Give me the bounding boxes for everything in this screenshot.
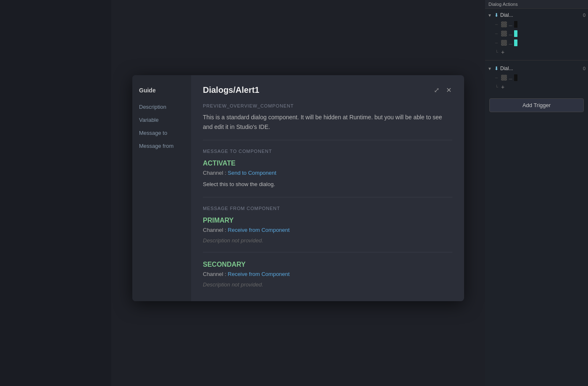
primary-name: PRIMARY bbox=[203, 217, 452, 224]
ellipsis-button[interactable]: ... bbox=[509, 75, 512, 80]
channel-prefix-secondary: Channel : bbox=[203, 271, 228, 277]
download-icon: ⬇ bbox=[494, 66, 499, 71]
add-trigger-button[interactable]: Add Trigger bbox=[489, 98, 584, 112]
trigger-subrow-1-3[interactable]: ┄ ... bbox=[485, 38, 588, 47]
teal-badge bbox=[514, 30, 517, 37]
trigger-label-1: Dial... bbox=[500, 12, 581, 18]
sub-divider bbox=[203, 252, 452, 252]
message-from-section: MESSAGE FROM COMPONENT PRIMARY Channel :… bbox=[203, 206, 452, 288]
secondary-name: SECONDARY bbox=[203, 261, 452, 268]
channel-prefix-primary: Channel : bbox=[203, 227, 228, 233]
modal-dialog: Guide Description Variable Message to Me… bbox=[132, 75, 464, 301]
message-to-section: MESSAGE TO COMPONENT ACTIVATE Channel : … bbox=[203, 149, 452, 189]
tree-line-icon: └ bbox=[495, 85, 499, 89]
modal-nav-title: Guide bbox=[132, 84, 191, 100]
tree-line-icon: ┄ bbox=[495, 41, 499, 45]
modal-header: Dialogs/Alert1 ⤢ ✕ bbox=[203, 85, 452, 95]
trigger-row-main-2[interactable]: ▼ ⬇ Dial... 0 bbox=[485, 64, 588, 73]
trigger-group-1: ▼ ⬇ Dial... 0 ┄ ... ┄ ... ┄ ... └ + bbox=[485, 9, 588, 58]
close-icon[interactable]: ✕ bbox=[445, 85, 452, 95]
ellipsis-button[interactable]: ... bbox=[509, 31, 512, 36]
preview-overview-section: PREVIEW_OVERVIEW_COMPONENT This is a sta… bbox=[203, 103, 452, 131]
grid-icon bbox=[501, 31, 507, 37]
background-left bbox=[0, 0, 111, 386]
message-from-label: MESSAGE FROM COMPONENT bbox=[203, 206, 452, 211]
section-divider-2 bbox=[203, 197, 452, 197]
right-panel-header: Dialog Actions bbox=[485, 0, 588, 9]
trigger-label-2: Dial... bbox=[500, 66, 581, 71]
receive-from-component-link-secondary[interactable]: Receive from Component bbox=[228, 271, 289, 277]
tree-line-icon: ┄ bbox=[495, 22, 499, 27]
trigger-group-2: ▼ ⬇ Dial... 0 ┄ ... └ + bbox=[485, 62, 588, 93]
panel-divider bbox=[485, 60, 588, 60]
activate-channel-row: Channel : Send to Component bbox=[203, 170, 452, 176]
tree-line-icon: └ bbox=[495, 50, 499, 55]
message-to-label: MESSAGE TO COMPONENT bbox=[203, 149, 452, 154]
minimize-icon[interactable]: ⤢ bbox=[433, 85, 440, 95]
add-item-row-1[interactable]: └ + bbox=[485, 47, 588, 57]
primary-channel-row: Channel : Receive from Component bbox=[203, 227, 452, 233]
modal-nav-item-message-from[interactable]: Message from bbox=[132, 139, 191, 152]
chevron-down-icon: ▼ bbox=[488, 66, 493, 71]
black-badge bbox=[514, 74, 517, 81]
ellipsis-button[interactable]: ... bbox=[509, 40, 512, 45]
modal-header-icons: ⤢ ✕ bbox=[433, 85, 452, 95]
teal-badge bbox=[514, 39, 517, 46]
ellipsis-button[interactable]: ... bbox=[509, 22, 512, 27]
activate-name: ACTIVATE bbox=[203, 160, 452, 167]
preview-section-label: PREVIEW_OVERVIEW_COMPONENT bbox=[203, 103, 452, 108]
chevron-down-icon: ▼ bbox=[488, 13, 493, 18]
grid-icon bbox=[501, 21, 507, 27]
secondary-description: Description not provided. bbox=[203, 281, 452, 288]
primary-description: Description not provided. bbox=[203, 237, 452, 244]
channel-prefix: Channel : bbox=[203, 170, 228, 176]
grid-icon bbox=[501, 75, 507, 81]
trigger-row-main-1[interactable]: ▼ ⬇ Dial... 0 bbox=[485, 11, 588, 20]
tree-line-icon: ┄ bbox=[495, 32, 499, 36]
plus-icon: + bbox=[501, 84, 504, 90]
secondary-channel-row: Channel : Receive from Component bbox=[203, 271, 452, 277]
modal-nav-item-description[interactable]: Description bbox=[132, 100, 191, 113]
modal-nav-item-variable[interactable]: Variable bbox=[132, 113, 191, 126]
modal-content: Dialogs/Alert1 ⤢ ✕ PREVIEW_OVERVIEW_COMP… bbox=[191, 75, 464, 301]
modal-nav: Guide Description Variable Message to Me… bbox=[132, 75, 191, 301]
send-to-component-link[interactable]: Send to Component bbox=[228, 170, 276, 176]
trigger-count-2: 0 bbox=[583, 66, 585, 71]
modal-title: Dialogs/Alert1 bbox=[203, 85, 259, 95]
activate-description: Select this to show the dialog. bbox=[203, 180, 452, 189]
modal-overlay: Guide Description Variable Message to Me… bbox=[111, 8, 485, 369]
receive-from-component-link-primary[interactable]: Receive from Component bbox=[228, 227, 289, 233]
right-panel: Dialog Actions ▼ ⬇ Dial... 0 ┄ ... ┄ ...… bbox=[485, 0, 588, 386]
preview-section-description: This is a standard dialog component. It … bbox=[203, 113, 452, 131]
download-icon: ⬇ bbox=[494, 12, 499, 18]
modal-nav-item-message-to[interactable]: Message to bbox=[132, 126, 191, 139]
grid-icon bbox=[501, 40, 507, 46]
section-divider-1 bbox=[203, 140, 452, 140]
trigger-subrow-1-2[interactable]: ┄ ... bbox=[485, 29, 588, 38]
trigger-count-1: 0 bbox=[583, 13, 585, 18]
add-item-row-2[interactable]: └ + bbox=[485, 82, 588, 92]
trigger-subrow-1-1[interactable]: ┄ ... bbox=[485, 20, 588, 29]
trigger-subrow-2-1[interactable]: ┄ ... bbox=[485, 73, 588, 82]
black-badge bbox=[514, 21, 517, 28]
tree-line-icon: ┄ bbox=[495, 76, 499, 80]
plus-icon: + bbox=[501, 49, 504, 55]
